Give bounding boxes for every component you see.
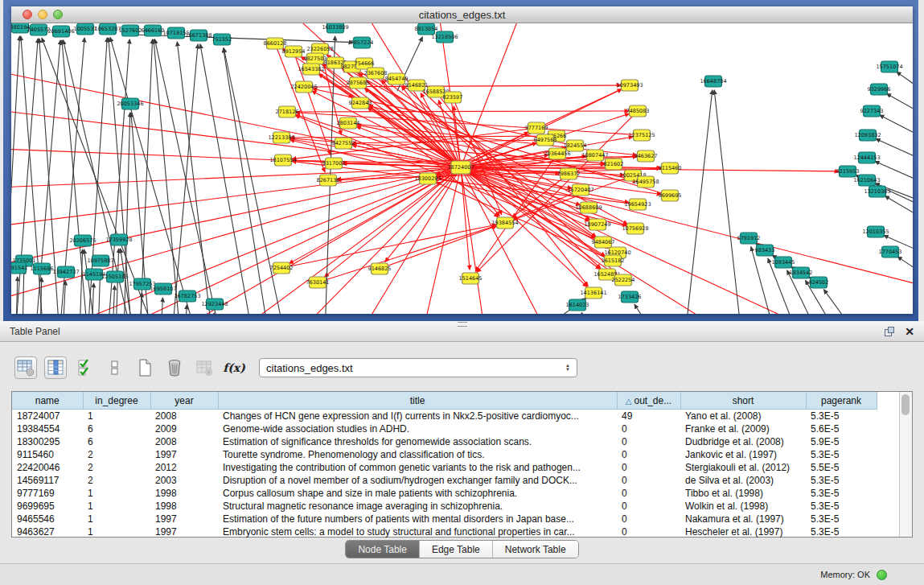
- table-cell[interactable]: 2008: [150, 410, 218, 423]
- table-cell[interactable]: 5.6E-5: [806, 422, 877, 435]
- table-cell[interactable]: 1997: [150, 513, 218, 525]
- citation-edge[interactable]: [200, 44, 253, 314]
- graph-node[interactable]: 1115686: [31, 263, 54, 274]
- graph-node[interactable]: 19654923: [624, 199, 651, 210]
- graph-node[interactable]: 10975887: [87, 255, 113, 266]
- graph-node[interactable]: 9242843: [349, 97, 372, 109]
- table-scrollbar[interactable]: [899, 392, 912, 537]
- citation-edge[interactable]: [823, 290, 857, 314]
- table-select-dropdown[interactable]: citations_edges.txt ▲▼: [259, 358, 577, 377]
- graph-node[interactable]: 16033809: [322, 23, 348, 33]
- table-cell[interactable]: 2008: [150, 435, 218, 448]
- graph-node[interactable]: 2522254: [612, 274, 635, 286]
- citation-edge[interactable]: [714, 90, 741, 314]
- table-row[interactable]: 946554611997Estimation of the future num…: [12, 513, 899, 525]
- graph-node[interactable]: 17359928: [105, 234, 132, 245]
- table-cell[interactable]: 5.3E-5: [806, 513, 877, 525]
- table-cell[interactable]: Corpus callosum shape and size in male p…: [218, 487, 617, 500]
- graph-node[interactable]: 7485083: [626, 105, 650, 117]
- table-cell[interactable]: 6: [83, 435, 150, 448]
- graph-node[interactable]: 8912954: [282, 46, 306, 57]
- citation-edge[interactable]: [885, 196, 913, 226]
- graph-node[interactable]: 924502: [809, 277, 829, 288]
- citation-edge-red[interactable]: [293, 167, 461, 314]
- table-cell[interactable]: Tourette syndrome. Phenomenology and cla…: [218, 448, 617, 461]
- citation-edge-red[interactable]: [11, 167, 461, 269]
- citation-edge[interactable]: [897, 72, 913, 100]
- table-cell[interactable]: 18300295: [12, 435, 83, 448]
- table-cell[interactable]: Dudbridge et al. (2008): [680, 435, 806, 448]
- table-cell[interactable]: Yano et al. (2008): [680, 410, 806, 423]
- column-header-title[interactable]: title: [218, 392, 617, 410]
- citation-edge-red[interactable]: [461, 167, 913, 289]
- graph-node[interactable]: 2405572: [27, 24, 51, 35]
- graph-node[interactable]: 823597: [443, 92, 463, 103]
- table-cell[interactable]: Investigating the contribution of common…: [218, 461, 617, 474]
- graph-node[interactable]: 1093445: [772, 257, 795, 268]
- delete-column-button[interactable]: [163, 356, 186, 379]
- table-cell[interactable]: 1998: [150, 487, 218, 500]
- graph-node[interactable]: 16648784: [700, 76, 726, 87]
- network-window[interactable]: citations_edges.txt 18724007866012889129…: [11, 6, 913, 314]
- graph-node[interactable]: 983433: [755, 245, 775, 256]
- graph-node[interactable]: 9427552: [332, 138, 355, 149]
- table-cell[interactable]: Estimation of the future numbers of pati…: [218, 513, 617, 525]
- unchecked-boxes-button[interactable]: [104, 356, 126, 379]
- table-cell[interactable]: 1: [83, 525, 150, 538]
- table-cell[interactable]: Wolkin et al. (1998): [680, 500, 806, 513]
- graph-node[interactable]: 9699695: [659, 190, 682, 201]
- graph-node[interactable]: 14136141: [580, 287, 606, 299]
- citation-edge-red[interactable]: [11, 167, 461, 229]
- graph-node[interactable]: 20053346: [117, 98, 143, 109]
- table-cell[interactable]: 5.3E-5: [806, 474, 877, 487]
- column-header-in_degree[interactable]: in_degree: [83, 392, 150, 410]
- column-header-out_de[interactable]: △out_de...: [617, 392, 680, 410]
- citation-edge-red[interactable]: [461, 23, 526, 167]
- table-cell[interactable]: Structural magnetic resonance image aver…: [218, 500, 617, 513]
- table-cell[interactable]: 0: [617, 448, 680, 461]
- table-cell[interactable]: de Silva et al. (2003): [680, 474, 806, 487]
- graph-node[interactable]: 1005537: [74, 23, 97, 35]
- table-cell[interactable]: 9777169: [12, 487, 83, 500]
- graph-node[interactable]: 391541: [11, 262, 27, 274]
- table-cell[interactable]: 5.3E-5: [806, 448, 877, 461]
- graph-node[interactable]: 6466160: [142, 25, 165, 36]
- column-header-short[interactable]: short: [680, 392, 806, 410]
- table-cell[interactable]: 1: [83, 500, 150, 513]
- table-cell[interactable]: Hescheler et al. (1997): [680, 525, 806, 538]
- graph-node[interactable]: 8267130: [317, 175, 340, 186]
- table-cell[interactable]: 0: [617, 435, 680, 448]
- minimize-window-button[interactable]: [38, 10, 47, 19]
- scrollbar-thumb[interactable]: [901, 394, 910, 415]
- table-cell[interactable]: 9115460: [12, 448, 83, 461]
- graph-node[interactable]: 1834542: [790, 267, 813, 278]
- graph-node[interactable]: 1514645: [459, 273, 483, 284]
- graph-node[interactable]: 2803144: [337, 117, 360, 129]
- graph-node[interactable]: 1615182: [602, 255, 625, 266]
- citation-edge[interactable]: [154, 39, 180, 314]
- tab-network-table[interactable]: Network Table: [492, 541, 578, 558]
- table-cell[interactable]: Embryonic stem cells: a model to study s…: [218, 525, 617, 538]
- table-panel-header[interactable]: Table Panel ✕: [0, 321, 924, 342]
- column-header-pagerank[interactable]: pagerank: [806, 392, 877, 410]
- graph-node[interactable]: 15751074: [876, 61, 902, 72]
- graph-node[interactable]: 9777169: [525, 122, 548, 134]
- tab-edge-table[interactable]: Edge Table: [419, 541, 492, 558]
- graph-node[interactable]: 1770453: [879, 246, 902, 257]
- citation-edge[interactable]: [887, 93, 913, 122]
- table-cell[interactable]: 0: [617, 500, 680, 513]
- graph-node[interactable]: 13218506: [431, 31, 458, 43]
- citation-edge[interactable]: [875, 161, 913, 188]
- table-cell[interactable]: 1998: [150, 500, 218, 513]
- table-cell[interactable]: 1: [83, 487, 150, 500]
- network-canvas[interactable]: 1872400786601288912954232260589827503165…: [11, 23, 913, 314]
- graph-node[interactable]: 9329966: [868, 84, 891, 95]
- graph-node[interactable]: 12923448: [201, 299, 228, 310]
- table-settings-button[interactable]: [14, 356, 37, 379]
- column-header-name[interactable]: name: [12, 392, 83, 410]
- attribute-table[interactable]: namein_degreeyeartitle△out_de...shortpag…: [12, 392, 899, 538]
- graph-node[interactable]: 8813054: [415, 23, 438, 35]
- table-cell[interactable]: 2: [83, 448, 150, 461]
- network-view[interactable]: 1872400786601288912954232260589827503165…: [11, 23, 913, 314]
- table-cell[interactable]: 6: [83, 422, 150, 435]
